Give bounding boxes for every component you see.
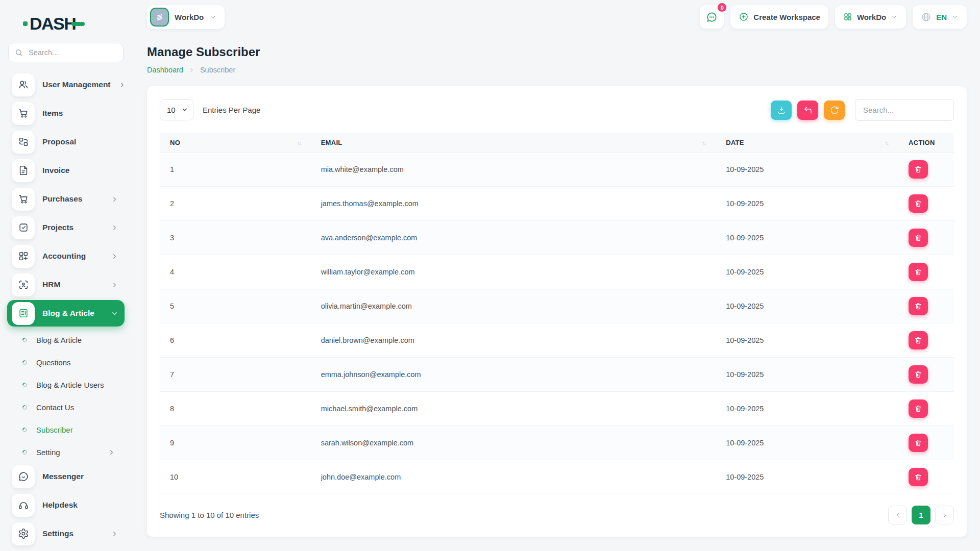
sidebar-item-hrm[interactable]: HRM xyxy=(7,271,125,298)
column-header-date[interactable]: DATE↑↓ xyxy=(716,133,898,153)
cell-action xyxy=(898,358,954,392)
sidebar-subitem-subscriber[interactable]: Subscriber xyxy=(7,418,125,441)
export-button[interactable] xyxy=(771,101,792,120)
sidebar-item-label: Invoice xyxy=(42,166,118,175)
chevron-right-icon xyxy=(188,67,195,73)
language-dropdown[interactable]: EN xyxy=(913,5,967,29)
workspace-chip-label: WorkDo xyxy=(175,13,204,21)
bullet-icon xyxy=(21,404,28,411)
sidebar-item-blog-article[interactable]: Blog & Article xyxy=(7,300,125,327)
create-workspace-button[interactable]: Create Workspace xyxy=(730,5,828,29)
cell-no: 8 xyxy=(160,392,311,426)
sort-icon: ↑↓ xyxy=(702,140,705,146)
column-header-action: ACTION xyxy=(898,133,954,153)
delete-button[interactable] xyxy=(909,229,928,247)
table-row: 8 michael.smith@example.com 10-09-2025 xyxy=(160,392,954,426)
sidebar-subitem-blog-article[interactable]: Blog & Article xyxy=(7,329,125,351)
entries-per-page-label: Entries Per Page xyxy=(203,106,260,114)
chat-icon xyxy=(706,11,718,23)
sidebar-item-invoice[interactable]: Invoice xyxy=(7,157,125,184)
delete-button[interactable] xyxy=(909,297,928,315)
bullet-icon xyxy=(21,359,28,366)
sidebar-subitem-questions[interactable]: Questions xyxy=(7,351,125,373)
sidebar-item-items[interactable]: Items xyxy=(7,100,125,127)
logo-text: DASH xyxy=(30,14,76,34)
bullet-icon xyxy=(21,427,28,433)
messages-button[interactable]: 0 xyxy=(700,5,724,29)
chevron-right-icon xyxy=(118,81,126,89)
cell-no: 7 xyxy=(160,358,311,392)
cell-email: michael.smith@example.com xyxy=(311,392,716,426)
delete-button[interactable] xyxy=(909,399,928,418)
chevron-right-icon xyxy=(111,224,118,232)
sidebar-subitem-label: Subscriber xyxy=(36,425,115,434)
table-controls: 10 Entries Per Page xyxy=(160,99,954,121)
logo-accent-dot xyxy=(23,21,28,26)
bullet-icon xyxy=(21,449,28,456)
sidebar-item-messenger[interactable]: Messenger xyxy=(7,463,125,490)
hrm-icon xyxy=(12,273,35,296)
sidebar-item-accounting[interactable]: Accounting xyxy=(7,243,125,269)
pagination-prev-button[interactable] xyxy=(888,506,907,524)
sidebar: DASH User Management Items Proposal Invo… xyxy=(0,0,132,551)
chevron-right-icon xyxy=(111,530,118,538)
table-row: 4 william.taylor@example.com 10-09-2025 xyxy=(160,255,954,289)
grid-icon xyxy=(843,12,852,21)
cell-action xyxy=(898,460,954,494)
cell-date: 10-09-2025 xyxy=(716,323,898,358)
sidebar-subitem-contact-us[interactable]: Contact Us xyxy=(7,396,125,418)
table-row: 7 emma.johnson@example.com 10-09-2025 xyxy=(160,358,954,392)
column-header-no[interactable]: NO↑↓ xyxy=(160,133,311,153)
subscriber-table: NO↑↓ EMAIL↑↓ DATE↑↓ ACTION 1 mia.white@e… xyxy=(160,133,954,494)
blog-icon xyxy=(12,302,35,325)
sidebar-item-helpdesk[interactable]: Helpdesk xyxy=(7,492,125,518)
sidebar-subitem-blog-article-users[interactable]: Blog & Article Users xyxy=(7,373,125,396)
pagination-next-button[interactable] xyxy=(935,506,954,524)
cell-action xyxy=(898,323,954,358)
table-row: 5 olivia.martin@example.com 10-09-2025 xyxy=(160,289,954,323)
cell-email: emma.johnson@example.com xyxy=(311,358,716,392)
accounting-icon xyxy=(12,245,35,268)
sidebar-item-label: Settings xyxy=(42,529,103,538)
cell-action xyxy=(898,289,954,323)
sidebar-item-label: Items xyxy=(42,109,118,118)
column-header-email[interactable]: EMAIL↑↓ xyxy=(311,133,716,153)
entries-per-page-select[interactable]: 10 xyxy=(160,99,193,120)
table-row: 1 mia.white@example.com 10-09-2025 xyxy=(160,153,954,187)
table-search-input[interactable] xyxy=(855,99,954,121)
back-button[interactable] xyxy=(797,101,818,120)
workspace-chip[interactable]: WorkDo xyxy=(147,5,225,29)
sidebar-item-label: Proposal xyxy=(42,137,118,146)
cell-date: 10-09-2025 xyxy=(716,289,898,323)
cell-action xyxy=(898,153,954,187)
workspace-avatar xyxy=(150,8,169,27)
trash-icon xyxy=(914,336,922,344)
delete-button[interactable] xyxy=(909,365,928,384)
cell-no: 3 xyxy=(160,221,311,255)
table-row: 9 sarah.wilson@example.com 10-09-2025 xyxy=(160,426,954,460)
workspace-dropdown[interactable]: WorkDo xyxy=(835,5,906,29)
sidebar-item-purchases[interactable]: Purchases xyxy=(7,186,125,212)
sidebar-item-settings[interactable]: Settings xyxy=(7,520,125,547)
delete-button[interactable] xyxy=(909,194,928,213)
sidebar-subitem-setting[interactable]: Setting xyxy=(7,441,125,463)
delete-button[interactable] xyxy=(909,468,928,486)
plus-circle-icon xyxy=(739,12,749,22)
delete-button[interactable] xyxy=(909,160,928,179)
pagination-page-1-button[interactable]: 1 xyxy=(912,506,930,524)
sidebar-item-proposal[interactable]: Proposal xyxy=(7,129,125,155)
cell-no: 4 xyxy=(160,255,311,289)
search-icon xyxy=(15,48,23,57)
delete-button[interactable] xyxy=(909,331,928,349)
sidebar-item-projects[interactable]: Projects xyxy=(7,214,125,241)
cell-date: 10-09-2025 xyxy=(716,460,898,494)
sidebar-item-user-management[interactable]: User Management xyxy=(7,71,125,98)
sidebar-search-input[interactable] xyxy=(28,48,117,57)
delete-button[interactable] xyxy=(909,434,928,452)
breadcrumb-dashboard-link[interactable]: Dashboard xyxy=(147,66,183,74)
sidebar-search[interactable] xyxy=(8,43,124,62)
check-square-icon xyxy=(12,216,35,239)
delete-button[interactable] xyxy=(909,263,928,281)
sidebar-subitem-label: Blog & Article Users xyxy=(36,381,115,389)
refresh-button[interactable] xyxy=(824,101,845,120)
